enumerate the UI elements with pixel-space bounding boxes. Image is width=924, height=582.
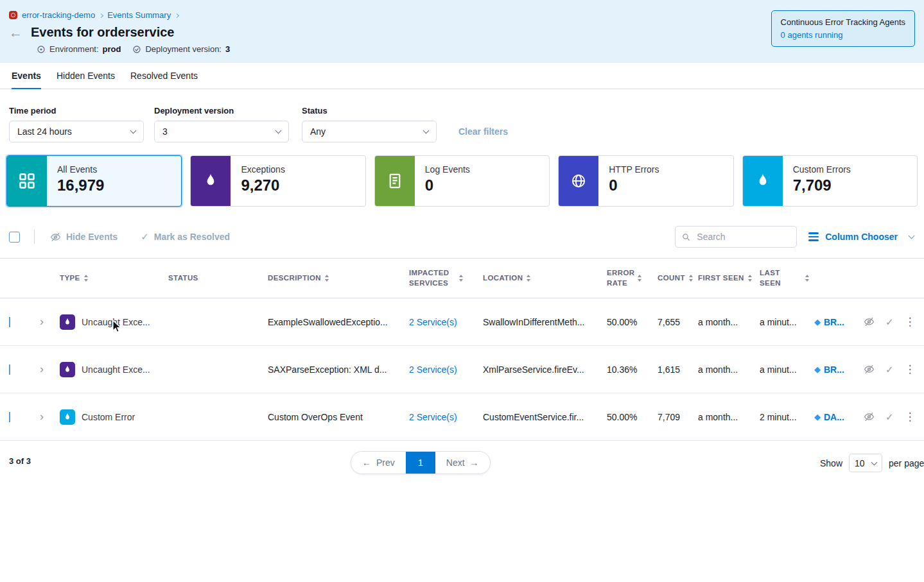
row-menu-icon[interactable]: ⋮ bbox=[905, 315, 916, 329]
table-header-row: TYPE STATUS DESCRIPTION IMPACTED SERVICE… bbox=[0, 259, 924, 298]
card-http-errors[interactable]: HTTP Errors 0 bbox=[558, 155, 733, 207]
mark-resolved-button[interactable]: ✓ Mark as Resolved bbox=[141, 231, 230, 243]
resolve-event-icon[interactable]: ✓ bbox=[885, 364, 894, 375]
environment-icon bbox=[37, 45, 46, 54]
current-page-button[interactable]: 1 bbox=[406, 452, 435, 474]
impacted-services-link[interactable]: 2 Service(s) bbox=[409, 317, 483, 327]
flame-icon bbox=[743, 156, 783, 206]
expand-row-chevron-icon[interactable]: › bbox=[37, 315, 60, 329]
description-cell: ExampleSwallowedExceptio... bbox=[268, 317, 409, 327]
card-custom-errors[interactable]: Custom Errors 7,709 bbox=[742, 155, 918, 207]
stat-cards: All Events 16,979 Exceptions 9,270 Log E… bbox=[0, 155, 924, 207]
sort-icon[interactable] bbox=[637, 274, 643, 282]
table-row[interactable]: › Custom Error Custom OverOps Event 2 Se… bbox=[0, 393, 924, 441]
hide-events-button[interactable]: Hide Events bbox=[50, 232, 118, 243]
event-type-text: Uncaught Exce... bbox=[82, 317, 150, 327]
hide-event-icon[interactable] bbox=[864, 316, 875, 327]
search-box bbox=[675, 226, 797, 248]
card-value: 9,270 bbox=[241, 176, 284, 194]
column-header-last-seen[interactable]: LAST SEEN bbox=[760, 268, 814, 288]
tab-events[interactable]: Events bbox=[12, 63, 41, 89]
agents-panel-title: Continuous Error Tracking Agents bbox=[781, 17, 905, 27]
deployment-meta: Deployment version: 3 bbox=[132, 44, 230, 54]
column-header-status[interactable]: STATUS bbox=[168, 273, 268, 284]
hide-event-icon[interactable] bbox=[864, 364, 875, 375]
environment-label: Environment: bbox=[49, 44, 99, 54]
row-menu-icon[interactable]: ⋮ bbox=[905, 410, 916, 424]
status-filter: Status Any bbox=[302, 106, 437, 142]
search-input[interactable] bbox=[695, 231, 790, 243]
sort-icon[interactable] bbox=[83, 274, 89, 282]
pagination: ← Prev 1 Next → bbox=[351, 451, 491, 474]
row-menu-icon[interactable]: ⋮ bbox=[905, 363, 916, 376]
mark-resolved-label: Mark as Resolved bbox=[154, 232, 230, 242]
row-checkbox[interactable] bbox=[9, 317, 10, 327]
select-all-checkbox[interactable] bbox=[9, 232, 20, 243]
column-header-location[interactable]: LOCATION bbox=[483, 273, 607, 284]
row-checkbox[interactable] bbox=[9, 412, 10, 422]
filter-bar: Time period Last 24 hours Deployment ver… bbox=[0, 89, 924, 155]
toolbar-divider bbox=[34, 230, 35, 244]
error-rate-cell: 10.36% bbox=[607, 364, 658, 375]
column-header-count[interactable]: COUNT bbox=[658, 273, 698, 284]
location-cell: XmlParseService.fireEv... bbox=[483, 364, 607, 375]
sort-icon[interactable] bbox=[324, 274, 330, 282]
prev-page-button[interactable]: ← Prev bbox=[351, 452, 406, 474]
column-header-first-seen[interactable]: FIRST SEEN bbox=[698, 273, 760, 284]
sort-icon[interactable] bbox=[805, 274, 810, 282]
column-header-description[interactable]: DESCRIPTION bbox=[268, 273, 409, 284]
environment-value: prod bbox=[103, 44, 121, 54]
ticket-badge[interactable]: ◆BR... bbox=[814, 364, 864, 375]
search-icon bbox=[682, 232, 690, 242]
card-all-events[interactable]: All Events 16,979 bbox=[6, 155, 182, 207]
card-value: 7,709 bbox=[793, 176, 851, 194]
events-table: TYPE STATUS DESCRIPTION IMPACTED SERVICE… bbox=[0, 258, 924, 441]
location-cell: SwallowInDifferentMeth... bbox=[483, 317, 607, 327]
first-seen-cell: a month... bbox=[698, 412, 760, 422]
deployment-version-select[interactable]: 3 bbox=[154, 121, 289, 142]
next-page-button[interactable]: Next → bbox=[435, 452, 490, 474]
sort-icon[interactable] bbox=[526, 274, 532, 282]
impacted-services-link[interactable]: 2 Service(s) bbox=[409, 364, 483, 375]
column-header-impacted-services[interactable]: IMPACTED SERVICES bbox=[409, 268, 483, 288]
sort-icon[interactable] bbox=[688, 274, 694, 282]
column-header-type[interactable]: TYPE bbox=[60, 273, 168, 284]
card-body: Log Events 0 bbox=[415, 156, 480, 206]
event-type-text: Custom Error bbox=[82, 412, 135, 422]
back-button[interactable]: ← bbox=[9, 26, 22, 39]
agents-running-link[interactable]: 0 agents running bbox=[781, 30, 905, 40]
time-period-select[interactable]: Last 24 hours bbox=[9, 121, 144, 142]
error-rate-cell: 50.00% bbox=[607, 317, 658, 327]
tab-bar: Events Hidden Events Resolved Events bbox=[0, 63, 924, 89]
page-size-select[interactable]: 10 bbox=[849, 454, 882, 472]
column-header-error-rate[interactable]: ERROR RATE bbox=[607, 268, 658, 288]
expand-row-chevron-icon[interactable]: › bbox=[37, 363, 60, 376]
card-log-events[interactable]: Log Events 0 bbox=[374, 155, 550, 207]
card-exceptions[interactable]: Exceptions 9,270 bbox=[190, 155, 365, 207]
hamburger-icon bbox=[808, 232, 819, 241]
table-row[interactable]: › Uncaught Exce... SAXParseException: XM… bbox=[0, 346, 924, 393]
ticket-badge[interactable]: ◆BR... bbox=[814, 317, 864, 327]
breadcrumb-link-project[interactable]: error-tracking-demo bbox=[22, 10, 95, 20]
hide-event-icon[interactable] bbox=[864, 411, 875, 422]
column-chooser-button[interactable]: Column Chooser bbox=[808, 232, 914, 242]
flame-icon bbox=[191, 156, 231, 206]
breadcrumb-link-events-summary[interactable]: Events Summary bbox=[107, 10, 171, 20]
row-checkbox[interactable] bbox=[9, 364, 10, 375]
row-actions: ✓ ⋮ bbox=[864, 363, 924, 376]
status-select[interactable]: Any bbox=[302, 121, 437, 142]
flame-icon bbox=[60, 409, 75, 425]
sort-icon[interactable] bbox=[747, 274, 753, 282]
agents-panel: Continuous Error Tracking Agents 0 agent… bbox=[771, 10, 915, 47]
clear-filters-button[interactable]: Clear filters bbox=[458, 126, 508, 137]
tab-hidden-events[interactable]: Hidden Events bbox=[57, 63, 115, 89]
resolve-event-icon[interactable]: ✓ bbox=[885, 316, 894, 328]
description-cell: SAXParseException: XML d... bbox=[268, 364, 409, 375]
resolve-event-icon[interactable]: ✓ bbox=[885, 411, 894, 423]
table-row[interactable]: › Uncaught Exce... ExampleSwallowedExcep… bbox=[0, 298, 924, 346]
ticket-badge[interactable]: ◆DA... bbox=[814, 412, 864, 422]
sort-icon[interactable] bbox=[458, 274, 464, 282]
expand-row-chevron-icon[interactable]: › bbox=[37, 410, 60, 424]
tab-resolved-events[interactable]: Resolved Events bbox=[130, 63, 198, 89]
impacted-services-link[interactable]: 2 Service(s) bbox=[409, 412, 483, 422]
